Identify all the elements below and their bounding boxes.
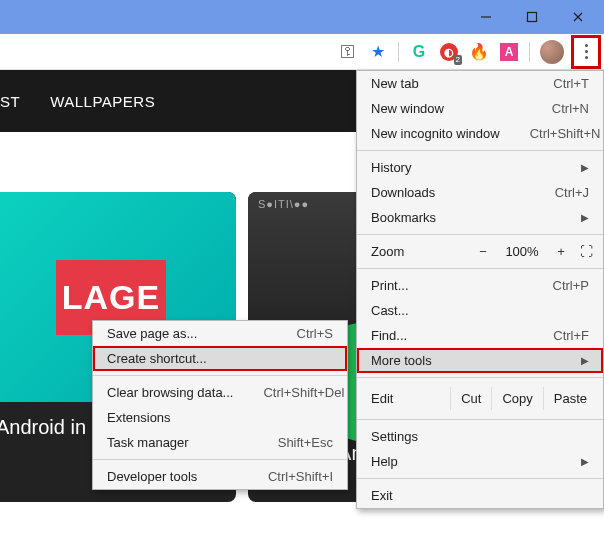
menu-item-save-page[interactable]: Save page as...Ctrl+S [93, 321, 347, 346]
menu-separator [357, 419, 603, 420]
menu-item-incognito[interactable]: New incognito windowCtrl+Shift+N [357, 121, 603, 146]
menu-separator [357, 234, 603, 235]
chevron-right-icon: ▶ [581, 456, 589, 467]
menu-item-find[interactable]: Find...Ctrl+F [357, 323, 603, 348]
bookmark-star-icon[interactable]: ★ [368, 42, 388, 62]
menu-separator [357, 150, 603, 151]
key-icon[interactable]: ⚿ [338, 42, 358, 62]
svg-rect-1 [528, 13, 537, 22]
menu-item-print[interactable]: Print...Ctrl+P [357, 273, 603, 298]
menu-item-help[interactable]: Help▶ [357, 449, 603, 474]
menu-item-clear-data[interactable]: Clear browsing data...Ctrl+Shift+Del [93, 380, 347, 405]
zoom-out-button[interactable]: − [472, 244, 494, 259]
menu-item-create-shortcut[interactable]: Create shortcut... [93, 346, 347, 371]
menu-separator [357, 268, 603, 269]
menu-item-new-tab[interactable]: New tabCtrl+T [357, 71, 603, 96]
maximize-button[interactable] [510, 2, 554, 32]
menu-item-new-window[interactable]: New windowCtrl+N [357, 96, 603, 121]
menu-item-settings[interactable]: Settings [357, 424, 603, 449]
menu-separator [93, 459, 347, 460]
edit-label: Edit [371, 391, 393, 406]
zoom-value: 100% [502, 244, 542, 259]
chevron-right-icon: ▶ [581, 162, 589, 173]
menu-item-developer-tools[interactable]: Developer toolsCtrl+Shift+I [93, 464, 347, 489]
card-corner-text: S●ITI\●● [258, 198, 309, 210]
zoom-label: Zoom [371, 244, 404, 259]
menu-item-bookmarks[interactable]: Bookmarks▶ [357, 205, 603, 230]
chrome-menu-button[interactable] [574, 38, 598, 66]
more-tools-submenu: Save page as...Ctrl+S Create shortcut...… [92, 320, 348, 490]
menu-item-task-manager[interactable]: Task managerShift+Esc [93, 430, 347, 455]
chrome-main-menu: New tabCtrl+T New windowCtrl+N New incog… [356, 70, 604, 509]
menu-item-extensions[interactable]: Extensions [93, 405, 347, 430]
nav-item-wallpapers[interactable]: WALLPAPERS [50, 83, 155, 120]
edit-paste-button[interactable]: Paste [543, 387, 597, 410]
close-button[interactable] [556, 2, 600, 32]
menu-separator [357, 377, 603, 378]
profile-avatar[interactable] [540, 40, 564, 64]
menu-item-cast[interactable]: Cast... [357, 298, 603, 323]
extension-flame-icon[interactable]: 🔥 [469, 42, 489, 62]
extension-grammarly-icon[interactable]: G [409, 42, 429, 62]
edit-cut-button[interactable]: Cut [450, 387, 491, 410]
menu-item-exit[interactable]: Exit [357, 483, 603, 508]
edit-copy-button[interactable]: Copy [491, 387, 542, 410]
extension-badge: 2 [454, 55, 462, 65]
toolbar-divider [398, 42, 399, 62]
window-titlebar [0, 0, 604, 34]
menu-separator [357, 478, 603, 479]
toolbar-divider [529, 42, 530, 62]
menu-item-downloads[interactable]: DownloadsCtrl+J [357, 180, 603, 205]
chevron-right-icon: ▶ [581, 355, 589, 366]
chevron-right-icon: ▶ [581, 212, 589, 223]
menu-zoom-row: Zoom − 100% + ⛶ [357, 239, 603, 264]
nav-item[interactable]: ST [0, 83, 20, 120]
menu-item-more-tools[interactable]: More tools▶ [357, 348, 603, 373]
menu-edit-row: Edit Cut Copy Paste [357, 382, 603, 415]
minimize-button[interactable] [464, 2, 508, 32]
extension-a-icon[interactable]: A [499, 42, 519, 62]
extension-adblock-icon[interactable]: ◐ 2 [439, 42, 459, 62]
fullscreen-icon[interactable]: ⛶ [580, 244, 593, 259]
zoom-in-button[interactable]: + [550, 244, 572, 259]
browser-toolbar: ⚿ ★ G ◐ 2 🔥 A [0, 34, 604, 70]
menu-separator [93, 375, 347, 376]
menu-item-history[interactable]: History▶ [357, 155, 603, 180]
